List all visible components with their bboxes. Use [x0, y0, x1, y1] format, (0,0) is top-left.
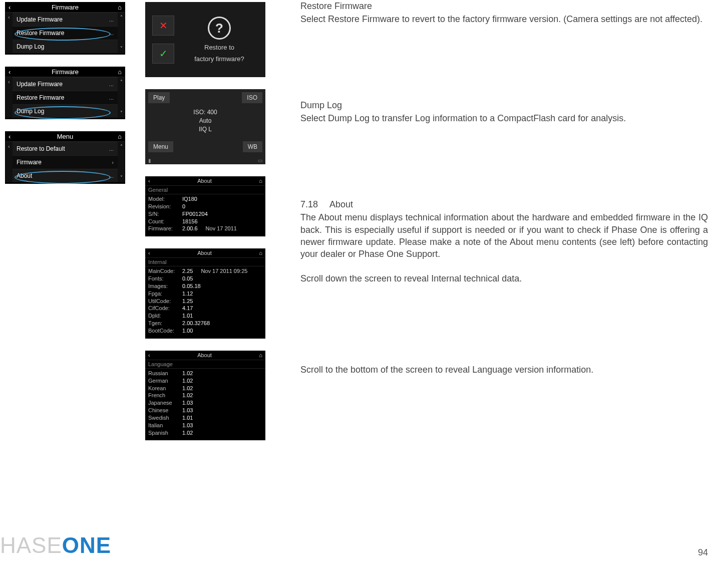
info-row: German1.02 [148, 377, 262, 385]
about-heading: 7.18 About [300, 198, 708, 210]
info-row: French1.02 [148, 392, 262, 399]
right-scroll[interactable]: ˄ ˅ [118, 77, 125, 118]
logo-blue: ONE [62, 533, 111, 557]
dialog-text-2: factory firmware? [194, 55, 244, 63]
doc-text-column: Restore Firmware Select Restore Firmware… [285, 0, 708, 440]
logo-gray: HASE [0, 533, 62, 557]
confirm-button[interactable]: ✓ [152, 44, 174, 64]
info-value: 0.05 [182, 275, 193, 282]
info-row: Firmware:2.00.6Nov 17 2011 [148, 225, 262, 232]
cancel-button[interactable]: ✕ [152, 16, 174, 36]
back-icon[interactable]: ‹ [148, 250, 150, 256]
info-row: UtilCode:1.25 [148, 298, 262, 305]
battery-icon: ▮ [148, 158, 151, 163]
left-scroll[interactable]: ‹ [6, 77, 13, 118]
lang-body: Scroll to the bottom of the screen to re… [300, 364, 708, 376]
info-value: 1.02 [182, 392, 193, 399]
info-row: Model:IQ180 [148, 195, 262, 203]
info-row: Chinese1.03 [148, 407, 262, 414]
info-value: 2.00.6 [182, 225, 198, 232]
restore-body: Select Restore Firmware to revert to the… [300, 13, 708, 25]
about-internal-screen: ‹ About ⌂ Internal MainCode:2.25Nov 17 2… [145, 248, 265, 339]
iiq-mode: IIQ L [145, 125, 265, 134]
info-value: 1.02 [182, 377, 193, 385]
menu-label: Restore Firmware [17, 94, 64, 101]
home-icon[interactable]: ⌂ [259, 250, 262, 256]
menu-rhs: ... [109, 81, 114, 87]
info-value: 18156 [182, 218, 198, 225]
play-button[interactable]: Play [148, 92, 170, 103]
info-value: 0 [182, 203, 185, 210]
info-value: 1.02 [182, 385, 193, 392]
iso-button[interactable]: ISO [242, 92, 262, 103]
up-icon: ˄ [120, 79, 123, 85]
down-icon: ˅ [120, 110, 123, 116]
back-icon[interactable]: ‹ [148, 178, 150, 184]
section-number: 7.18 [300, 198, 327, 210]
up-icon: ˄ [120, 144, 123, 149]
section-title: About [329, 199, 353, 209]
home-icon[interactable]: ⌂ [114, 133, 122, 140]
info-row: Russian1.02 [148, 370, 262, 377]
wb-button[interactable]: WB [243, 141, 262, 152]
dialog-text-1: Restore to [204, 44, 234, 51]
right-scroll[interactable]: ˄ ˅ [118, 142, 125, 182]
footer: HASEONE 94 [0, 533, 708, 558]
info-row: Japanese1.03 [148, 399, 262, 407]
menu-item-dump-log[interactable]: Dump Log [13, 40, 118, 53]
info-value: 1.01 [182, 414, 193, 422]
info-value: 1.00 [182, 327, 193, 335]
up-icon: ˄ [120, 15, 123, 20]
home-icon[interactable]: ⌂ [114, 4, 122, 11]
back-icon[interactable]: ‹ [148, 352, 150, 358]
screen-title: Firmware [52, 68, 79, 76]
menu-rhs: ... [109, 17, 114, 23]
info-row: Count:18156 [148, 218, 262, 225]
info-key: Italian [148, 422, 179, 429]
left-scroll[interactable]: ‹ [6, 142, 13, 182]
right-scroll[interactable]: ˄ ˅ [118, 13, 125, 53]
info-value: 1.03 [182, 422, 193, 429]
info-key: Firmware: [148, 225, 179, 232]
down-icon: ˅ [120, 46, 123, 51]
section-label: General [145, 186, 265, 194]
menu-item-dump-log[interactable]: Dump Log [13, 104, 118, 118]
left-scroll[interactable]: ‹ [6, 13, 13, 53]
menu-rhs: ... [109, 146, 114, 152]
logo: HASEONE [0, 533, 111, 558]
info-key: Russian [148, 370, 179, 377]
info-value: 1.03 [182, 407, 193, 414]
menu-item-about[interactable]: About ... [13, 169, 118, 182]
home-icon[interactable]: ⌂ [259, 352, 262, 358]
info-key: Model: [148, 195, 179, 203]
screen-title: About [197, 352, 212, 358]
menu-label: Dump Log [17, 43, 44, 50]
info-key: Images: [148, 282, 179, 290]
home-icon[interactable]: ⌂ [114, 68, 122, 76]
info-key: UtilCode: [148, 298, 179, 305]
back-icon[interactable]: ‹ [9, 133, 17, 140]
info-key: Fonts: [148, 275, 179, 282]
info-value: 2.25 [182, 267, 193, 275]
menu-button[interactable]: Menu [148, 141, 173, 152]
menu-rhs: ... [109, 173, 114, 179]
chevron-right-icon: › [112, 159, 114, 165]
menu-item-restore-default[interactable]: Restore to Default ... [13, 142, 118, 155]
menu-item-restore-firmware[interactable]: Restore Firmware ... [13, 26, 118, 40]
info-row: S/N:FP001204 [148, 210, 262, 218]
home-icon[interactable]: ⌂ [259, 178, 262, 184]
info-key: Count: [148, 218, 179, 225]
info-value: 2.00.32768 [182, 320, 210, 327]
menu-item-firmware[interactable]: Firmware › [13, 155, 118, 169]
menu-rhs: ... [109, 95, 114, 101]
menu-label: Update Firmware [17, 16, 63, 23]
about-language-screen: ‹ About ⌂ Language Russian1.02German1.02… [145, 351, 265, 441]
menu-item-update-firmware[interactable]: Update Firmware ... [13, 77, 118, 91]
menu-item-restore-firmware[interactable]: Restore Firmware ... [13, 91, 118, 104]
down-icon: ˅ [120, 175, 123, 180]
menu-item-update-firmware[interactable]: Update Firmware ... [13, 13, 118, 26]
screen-title: About [197, 178, 212, 184]
back-icon[interactable]: ‹ [9, 68, 17, 76]
back-icon[interactable]: ‹ [9, 4, 17, 11]
info-key: MainCode: [148, 267, 179, 275]
